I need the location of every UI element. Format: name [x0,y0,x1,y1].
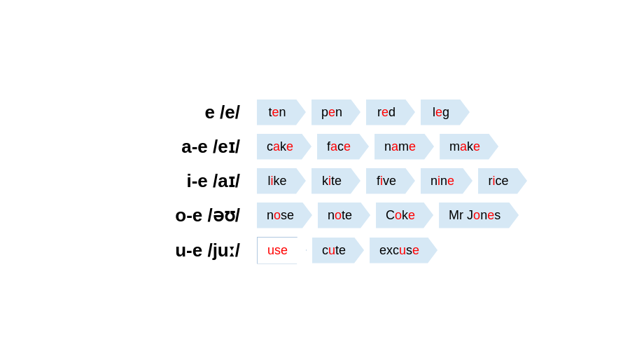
phoneme-label-1: a-e /eɪ/ [117,136,257,158]
word-tag-0-3: leg [421,100,470,125]
word-part: C [386,208,395,222]
word-tag-2-2: five [366,168,415,194]
word-part: exc [379,243,399,257]
word-part: e [345,208,352,222]
word-part: s [406,243,412,257]
word-part: k [280,139,286,153]
word-part: m [449,139,460,153]
word-part: v [383,174,389,188]
word-part: n [430,174,438,188]
word-part: n [335,105,342,119]
row-0: e /e/tenpenredleg [117,100,527,125]
word-tag-2-1: kite [312,168,360,194]
word-part-red: u [267,243,274,257]
word-tag-3-0: nose [257,203,312,228]
word-part: e [389,174,396,188]
word-part: c [496,174,502,188]
word-tag-2-3: nine [421,168,472,194]
word-part: g [442,105,449,119]
word-part: c [337,139,344,153]
word-part: k [402,208,408,222]
word-part-red: e [447,174,454,188]
word-part: n [328,208,335,222]
word-part-red: o [395,208,402,222]
word-part: Mr J [449,208,473,222]
word-tag-0-1: pen [312,100,360,125]
word-tag-4-0: use [257,237,307,264]
word-part: c [267,139,273,153]
word-part-red: u [328,243,335,257]
row-1: a-e /eɪ/cakefacenamemake [117,134,527,160]
word-part: s [494,208,500,222]
word-part-red: a [391,139,398,153]
word-part: d [388,105,396,119]
word-part-red: e [473,139,480,153]
word-part: k [467,139,473,153]
word-tag-1-0: cake [257,134,312,160]
word-part: c [322,243,328,257]
row-2: i-e /aɪ/likekitefiveninerice [117,168,527,194]
word-part-red: e [281,243,288,257]
word-part: s [274,243,281,257]
word-part: n [480,208,487,222]
row-3: o-e /əʊ/nosenoteCokeMr Jones [117,203,527,228]
word-part-red: u [399,243,406,257]
words-row-4: usecuteexcuse [257,237,438,264]
word-tag-4-1: cute [312,238,364,263]
word-part-red: e [272,105,279,119]
words-row-1: cakefacenamemake [257,134,498,160]
word-part-red: e [435,105,442,119]
word-part-red: o [473,208,480,222]
word-part: e [287,208,294,222]
word-tag-4-2: excuse [370,238,438,263]
word-part: n [279,105,286,119]
word-part: e [502,174,509,188]
word-part-red: a [273,139,280,153]
phoneme-label-0: e /e/ [117,102,257,123]
word-part-red: e [286,139,293,153]
word-tag-3-2: Coke [376,203,433,228]
row-4: u-e /juː/usecuteexcuse [117,237,527,264]
word-part-red: e [412,243,419,257]
word-tag-2-0: like [257,168,306,194]
word-part-red: e [328,105,335,119]
word-part: n [267,208,274,222]
phoneme-label-4: u-e /juː/ [117,240,257,261]
word-tag-1-1: face [317,134,369,160]
word-part-red: e [408,208,415,222]
word-part: k [322,174,328,188]
word-part: m [398,139,409,153]
word-tag-0-0: ten [257,100,306,125]
word-part-red: e [487,208,494,222]
words-row-3: nosenoteCokeMr Jones [257,203,519,228]
word-part-red: e [409,139,416,153]
word-part-red: a [460,139,467,153]
word-part: e [339,243,346,257]
word-part-red: o [274,208,281,222]
main-container: e /e/tenpenredlega-e /eɪ/cakefacenamemak… [96,85,548,278]
word-part-red: o [335,208,342,222]
word-part: n [384,139,391,153]
word-tag-1-2: name [374,134,434,160]
word-part-red: e [344,139,351,153]
word-tag-3-3: Mr Jones [439,203,519,228]
words-row-0: tenpenredleg [257,100,470,125]
phoneme-label-2: i-e /aɪ/ [117,170,257,192]
word-tag-0-2: red [366,100,415,125]
word-tag-1-3: make [440,134,498,160]
words-row-2: likekitefiveninerice [257,168,527,194]
word-part-red: a [330,139,337,153]
word-part-red: e [382,105,388,119]
word-part: e [335,174,342,188]
word-part: n [440,174,447,188]
phoneme-label-3: o-e /əʊ/ [117,205,257,226]
word-part: e [279,174,286,188]
word-part: p [321,105,328,119]
word-tag-3-1: note [318,203,370,228]
word-tag-2-4: rice [478,168,527,194]
word-part: s [281,208,287,222]
